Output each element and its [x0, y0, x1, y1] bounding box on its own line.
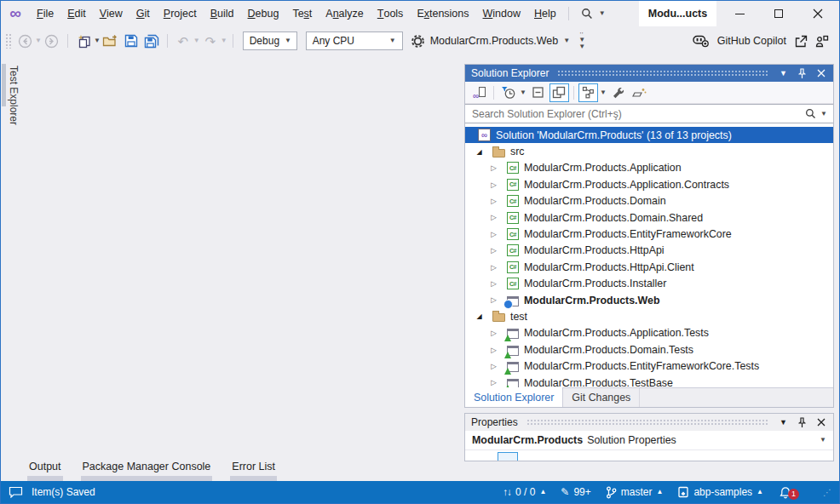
menu-debug[interactable]: Debug — [241, 1, 286, 26]
expander-closed-icon[interactable] — [487, 329, 500, 337]
github-copilot-icon[interactable] — [693, 34, 710, 48]
expander-closed-icon[interactable] — [487, 198, 500, 205]
menu-help[interactable]: Help — [527, 1, 563, 26]
expander-closed-icon[interactable] — [487, 231, 500, 238]
share-icon[interactable] — [794, 35, 808, 48]
navigate-forward-button[interactable] — [43, 30, 61, 52]
sync-with-active-document-button[interactable] — [578, 83, 598, 102]
chevron-down-icon[interactable]: ▼ — [193, 37, 200, 44]
expander-closed-icon[interactable] — [487, 164, 500, 172]
preview-selected-items-button[interactable] — [549, 83, 569, 102]
pending-changes-filter-button[interactable] — [498, 83, 518, 102]
properties-object-combobox[interactable]: ModularCrm.Products Solution Properties … — [465, 431, 833, 450]
expander-closed-icon[interactable] — [487, 247, 500, 255]
new-project-button[interactable] — [74, 30, 93, 52]
feedback-icon[interactable] — [9, 486, 23, 498]
save-all-button[interactable] — [142, 30, 161, 52]
quick-search[interactable]: ▼ — [581, 8, 606, 20]
chevron-down-icon[interactable]: ▼ — [600, 89, 607, 96]
pin-icon[interactable] — [796, 68, 808, 79]
expander-closed-icon[interactable] — [487, 264, 500, 272]
tree-item-test-project[interactable]: ModularCrm.Products.Application.Tests — [465, 325, 833, 341]
solution-explorer-header[interactable]: Solution Explorer ▼ — [465, 65, 833, 82]
search-input[interactable] — [465, 108, 805, 120]
tree-item-solution[interactable]: Solution 'ModularCrm.Products' (13 of 13… — [465, 127, 833, 143]
chevron-down-icon[interactable]: ▼ — [520, 89, 526, 96]
menu-extensions[interactable]: Extensions — [410, 1, 475, 26]
platform-combobox[interactable]: Any CPU ▼ — [306, 32, 403, 50]
menu-analyze[interactable]: Analyze — [319, 1, 370, 26]
startup-project-selector[interactable]: ModularCrm.Products.Web ▼ — [411, 34, 570, 49]
properties-button[interactable] — [608, 83, 628, 102]
tab-output[interactable]: Output — [27, 461, 63, 481]
expander-closed-icon[interactable] — [487, 280, 500, 288]
repository-selector[interactable]: abp-samples ▲ — [677, 486, 763, 498]
tree-item-project[interactable]: ModularCrm.Products.Domain — [465, 193, 833, 209]
chevron-down-icon[interactable]: ▼ — [35, 37, 42, 44]
menu-git[interactable]: Git — [129, 1, 157, 26]
test-explorer-side-tab[interactable]: Test Explorer — [1, 60, 23, 171]
expander-open-icon[interactable] — [473, 148, 486, 156]
tab-package-manager-console[interactable]: Package Manager Console — [81, 461, 213, 481]
window-position-icon[interactable]: ▼ — [777, 419, 790, 427]
close-icon[interactable] — [814, 69, 827, 77]
open-folder-button[interactable] — [101, 30, 120, 52]
tree-item-project[interactable]: ModularCrm.Products.HttpApi.Client — [465, 259, 833, 275]
sync-commits-button[interactable]: 0 / 0 ▲ — [503, 486, 547, 498]
tree-item-project[interactable]: ModularCrm.Products.Installer — [465, 276, 833, 292]
toolbar-grip[interactable] — [5, 33, 11, 49]
tree-item-folder-test[interactable]: test — [465, 308, 833, 324]
window-position-icon[interactable]: ▼ — [777, 70, 790, 77]
chevron-down-icon[interactable]: ▼ — [599, 10, 606, 17]
expander-closed-icon[interactable] — [487, 296, 500, 304]
notifications-button[interactable]: 1 — [780, 486, 791, 499]
tree-item-folder-src[interactable]: src — [465, 143, 833, 159]
menu-test[interactable]: Test — [285, 1, 319, 26]
expander-closed-icon[interactable] — [487, 346, 500, 354]
solution-filter-button[interactable] — [630, 83, 649, 102]
branch-selector[interactable]: master ▲ — [606, 486, 664, 499]
toolbar-overflow-button[interactable]: '' ▼ ▼ — [578, 32, 585, 50]
tab-git-changes[interactable]: Git Changes — [563, 388, 640, 407]
expander-closed-icon[interactable] — [487, 214, 500, 221]
properties-header[interactable]: Properties ▼ — [465, 414, 833, 431]
tree-item-project[interactable]: ModularCrm.Products.Domain.Shared — [465, 209, 833, 226]
menu-view[interactable]: View — [93, 1, 129, 26]
menu-edit[interactable]: Edit — [60, 1, 93, 26]
close-icon[interactable] — [814, 418, 827, 427]
menu-tools[interactable]: Tools — [371, 1, 411, 26]
chevron-down-icon[interactable]: ▼ — [94, 37, 101, 44]
expander-open-icon[interactable] — [473, 312, 486, 320]
tree-item-test-project[interactable]: ModularCrm.Products.EntityFrameworkCore.… — [465, 358, 833, 374]
chevron-down-icon[interactable]: ▼ — [820, 111, 827, 117]
collapse-all-button[interactable] — [528, 83, 548, 102]
tree-item-web-project[interactable]: ModularCrm.Products.Web — [465, 292, 833, 308]
tab-error-list[interactable]: Error List — [230, 461, 277, 481]
maximize-button[interactable] — [759, 1, 798, 26]
redo-button[interactable]: ↷ — [201, 30, 220, 52]
resize-grip[interactable]: ⋰ — [823, 487, 831, 499]
tree-item-test-project[interactable]: ModularCrm.Products.TestBase — [465, 375, 833, 387]
configuration-combobox[interactable]: Debug ▼ — [243, 32, 297, 50]
pending-edits-button[interactable]: 99+ — [561, 486, 590, 498]
chevron-down-icon[interactable]: ▼ — [221, 37, 227, 44]
tree-item-project[interactable]: ModularCrm.Products.EntityFrameworkCore — [465, 226, 833, 242]
tree-item-project[interactable]: ModularCrm.Products.HttpApi — [465, 243, 833, 259]
navigate-back-button[interactable] — [15, 30, 34, 52]
pin-icon[interactable] — [796, 417, 808, 428]
tree-item-project[interactable]: ModularCrm.Products.Application — [465, 160, 833, 176]
menu-file[interactable]: File — [30, 1, 60, 26]
live-share-icon[interactable] — [815, 35, 829, 48]
minimize-button[interactable] — [720, 1, 759, 26]
tree-item-project[interactable]: ModularCrm.Products.Application.Contract… — [465, 176, 833, 192]
search-icon[interactable] — [805, 108, 816, 119]
menu-window[interactable]: Window — [476, 1, 527, 26]
copilot-label[interactable]: GitHub Copilot — [717, 35, 786, 47]
switch-views-button[interactable]: ∞ — [469, 83, 489, 102]
expander-closed-icon[interactable] — [487, 379, 500, 387]
close-button[interactable] — [798, 1, 837, 26]
tab-solution-explorer[interactable]: Solution Explorer — [465, 387, 563, 407]
menu-project[interactable]: Project — [157, 1, 204, 26]
expander-closed-icon[interactable] — [487, 181, 500, 189]
tree-item-test-project[interactable]: ModularCrm.Products.Domain.Tests — [465, 341, 833, 358]
